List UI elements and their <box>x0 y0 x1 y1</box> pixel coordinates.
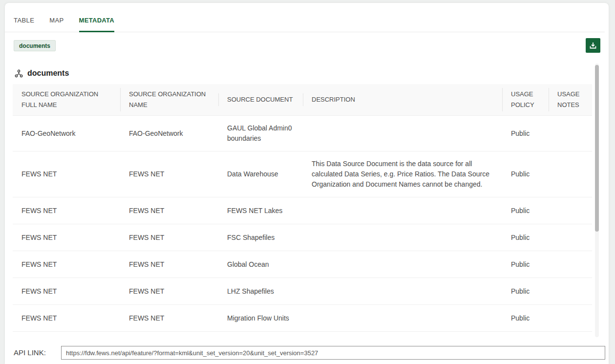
table-row: FAO-GeoNetworkFAO-GeoNetworkGAUL Global … <box>13 116 592 151</box>
column-header: SOURCE ORGANIZATION FULL NAME <box>13 84 120 115</box>
table-cell-org: FEWS NET <box>120 279 218 304</box>
table-cell-desc <box>303 230 502 245</box>
table-cell-notes <box>549 257 592 272</box>
table-cell-desc: This Data Source Document is the data so… <box>303 151 502 197</box>
column-header: USAGE POLICY <box>502 84 549 115</box>
column-header: USAGE NOTES <box>549 84 592 115</box>
table-cell-desc <box>303 284 502 299</box>
table-row: FEWS NETFEWS NETFSC ShapefilesPublic <box>13 224 592 251</box>
tab-map[interactable]: MAP <box>49 17 64 32</box>
table-cell-desc <box>303 126 502 141</box>
documents-chip[interactable]: documents <box>14 40 56 51</box>
table-cell-org: FEWS NET <box>120 225 218 250</box>
table-row: FEWS NETFEWS NETFEWS NET LakesPublic <box>13 197 592 224</box>
table-cell-org_full: FEWS NET <box>13 162 120 187</box>
table-row: FEWS NETFEWS NETData WarehouseThis Data … <box>13 151 592 197</box>
api-link-row: API LINK: <box>14 346 600 360</box>
download-icon <box>589 42 597 49</box>
table-cell-notes <box>549 284 592 299</box>
content-card: TABLE MAP METADATA documents documents <box>5 3 609 364</box>
api-link-label: API LINK: <box>14 348 46 357</box>
tab-table[interactable]: TABLE <box>14 17 34 32</box>
table-cell-org: FEWS NET <box>120 198 218 223</box>
table-cell-org_full: FEWS NET <box>13 225 120 250</box>
table-row: FEWS NETFEWS NETLHZ ShapefilesPublic <box>13 278 592 305</box>
table-row: FEWS NETFEWS NETMigration Flow UnitsPubl… <box>13 305 592 332</box>
table-cell-org_full: FEWS NET <box>13 279 120 304</box>
table-cell-doc: FSC Shapefiles <box>218 225 303 250</box>
table-cell-org_full: FEWS NET <box>13 252 120 277</box>
table-cell-doc: FEWS NET Lakes <box>218 198 303 223</box>
table-cell-org: FAO-GeoNetwork <box>120 121 218 146</box>
table-cell-notes <box>549 311 592 325</box>
download-button[interactable] <box>586 38 600 53</box>
table-cell-policy: Public <box>502 162 549 187</box>
table-cell-org: FEWS NET <box>120 162 218 187</box>
table-cell-notes <box>549 230 592 245</box>
table-cell-doc: GAUL Global Admin0 boundaries <box>218 116 303 151</box>
table-cell-notes <box>549 126 592 141</box>
scrollbar-thumb[interactable] <box>595 65 599 232</box>
tab-bar: TABLE MAP METADATA <box>5 3 605 32</box>
table-header-row: SOURCE ORGANIZATION FULL NAMESOURCE ORGA… <box>13 84 592 116</box>
table-section-title: documents <box>15 69 69 78</box>
table-cell-doc: Data Warehouse <box>218 162 303 187</box>
table-cell-desc <box>303 311 502 325</box>
table-row: FEWS NETFEWS NETGlobal OceanPublic <box>13 251 592 278</box>
column-header: SOURCE DOCUMENT <box>218 89 303 110</box>
page-title: documents <box>27 69 69 78</box>
table-cell-notes <box>549 203 592 218</box>
column-header: DESCRIPTION <box>303 89 502 110</box>
column-header: SOURCE ORGANIZATION NAME <box>120 84 218 115</box>
table-cell-desc <box>303 203 502 218</box>
tab-metadata[interactable]: METADATA <box>79 17 114 32</box>
table-cell-org_full: FEWS NET <box>13 198 120 223</box>
table-cell-policy: Public <box>502 225 549 250</box>
table-cell-org: FEWS NET <box>120 252 218 277</box>
table-cell-policy: Public <box>502 279 549 304</box>
table-cell-policy: Public <box>502 121 549 146</box>
table-body: FAO-GeoNetworkFAO-GeoNetworkGAUL Global … <box>13 116 592 332</box>
table-cell-org: FEWS NET <box>120 306 218 331</box>
metadata-table: SOURCE ORGANIZATION FULL NAMESOURCE ORGA… <box>13 84 592 332</box>
share-nodes-icon <box>15 69 23 78</box>
table-cell-org_full: FEWS NET <box>13 306 120 331</box>
table-cell-doc: LHZ Shapefiles <box>218 279 303 304</box>
scrollbar-track[interactable] <box>595 64 599 337</box>
table-cell-policy: Public <box>502 198 549 223</box>
table-cell-policy: Public <box>502 306 549 331</box>
table-cell-policy: Public <box>502 252 549 277</box>
table-cell-doc: Global Ocean <box>218 252 303 277</box>
table-cell-notes <box>549 167 592 182</box>
table-cell-desc <box>303 257 502 272</box>
table-cell-org_full: FAO-GeoNetwork <box>13 121 120 146</box>
api-link-input[interactable] <box>61 346 605 360</box>
table-cell-doc: Migration Flow Units <box>218 306 303 331</box>
